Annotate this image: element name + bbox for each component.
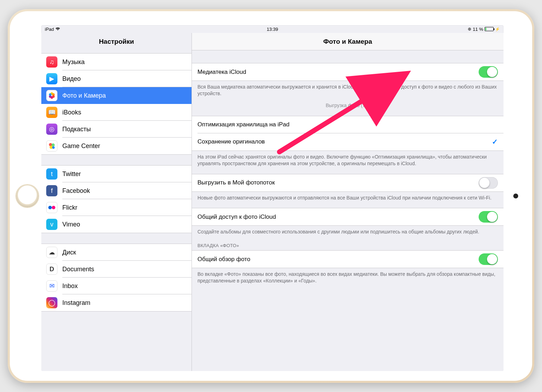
summary-footer: Во вкладке «Фото» показаны все фото, нах… [192,268,503,285]
yandex-disk-icon: ☁ [46,247,57,258]
ibooks-icon: 📖 [46,107,57,118]
sidebar-item-flickr[interactable]: Flickr [41,199,192,216]
charging-icon: ⚡ [495,27,500,31]
shared-footer: Создайте альбомы для совместного использ… [192,226,503,236]
wifi-icon [55,27,60,31]
row-label: Общий обзор фото [197,256,479,263]
row-photo-summary[interactable]: Общий обзор фото [192,251,503,268]
status-left: iPad [45,27,60,32]
row-label: Общий доступ к фото iCloud [197,214,479,220]
orientation-lock-icon: ⊕ [468,27,471,31]
sidebar-item-label: iBooks [62,109,81,116]
status-right: ⊕ 11 % ⚡ [468,27,500,32]
row-label: Оптимизация хранилища на iPad [197,121,498,128]
vimeo-icon: v [46,219,57,230]
storage-options-group: Оптимизация хранилища на iPad Сохранение… [192,116,503,151]
sidebar-item-music[interactable]: ♫ Музыка [41,54,192,70]
battery-icon [485,27,494,31]
documents-icon: D [46,264,57,275]
row-label: Выгрузить в Мой фотопоток [197,179,479,186]
front-camera [513,194,518,198]
facebook-icon: f [46,185,57,196]
row-optimize-storage[interactable]: Оптимизация хранилища на iPad [192,116,503,133]
sidebar-item-facebook[interactable]: f Facebook [41,182,192,199]
sidebar-item-podcasts[interactable]: ◎ Подкасты [41,121,192,138]
sidebar-item-label: Game Center [62,142,100,150]
photostream-group: Выгрузить в Мой фотопоток [192,174,503,192]
sidebar-title: Настройки [41,38,192,46]
toggle-photostream[interactable] [479,177,498,189]
video-icon: ▶ [46,73,57,84]
photos-icon [46,90,57,101]
settings-sidebar: Настройки ♫ Музыка ▶ Видео [41,33,192,371]
svg-point-5 [49,93,51,96]
sidebar-item-video[interactable]: ▶ Видео [41,70,192,87]
sidebar-item-documents[interactable]: D Documents [41,261,192,278]
photostream-footer: Новые фото автоматически выгружаются и о… [192,192,503,202]
row-label: Сохранение оригиналов [197,138,492,145]
summary-group: Общий обзор фото [192,250,503,268]
row-label: Медиатека iCloud [197,69,479,76]
podcasts-icon: ◎ [46,124,57,135]
row-shared-icloud[interactable]: Общий доступ к фото iCloud [192,208,503,225]
status-time: 13:39 [267,27,278,32]
sidebar-item-label: Flickr [62,204,77,211]
svg-point-11 [52,206,55,209]
svg-point-10 [48,206,52,209]
checkmark-icon: ✓ [492,138,498,146]
photos-tab-header: ВКЛАДКА «ФОТО» [192,236,503,250]
battery-percent: 11 % [473,27,483,32]
sidebar-item-photos[interactable]: Фото и Камера [41,87,192,104]
storage-footer: На этом iPad сейчас хранятся оригиналы ф… [192,151,503,168]
twitter-icon: t [46,168,57,180]
device-name: iPad [45,27,54,32]
sidebar-group-media: ♫ Музыка ▶ Видео Фото и [41,53,192,155]
detail-pane[interactable]: Фото и Камера Медиатека iCloud Вся Ваша … [192,33,503,371]
sidebar-item-label: Instagram [62,299,90,307]
icloud-library-group: Медиатека iCloud [192,63,503,81]
toggle-icloud-library[interactable] [479,66,498,78]
sidebar-item-label: Видео [62,75,81,83]
sidebar-item-ibooks[interactable]: 📖 iBooks [41,104,192,121]
row-keep-originals[interactable]: Сохранение оригиналов ✓ [192,133,503,150]
svg-point-9 [52,146,55,149]
sidebar-list[interactable]: ♫ Музыка ▶ Видео Фото и [41,50,192,371]
sidebar-item-inbox[interactable]: ✉ Inbox [41,278,192,294]
sidebar-item-vimeo[interactable]: v Vimeo [41,216,192,233]
toggle-shared-icloud[interactable] [479,211,498,223]
sidebar-item-label: Фото и Камера [62,92,106,99]
upload-status: Выгрузка фото (72) [192,98,503,116]
flickr-icon [46,202,57,213]
sidebar-item-label: Подкасты [62,126,91,133]
sidebar-item-label: Музыка [62,58,85,66]
toggle-photo-summary[interactable] [479,253,498,265]
sidebar-item-gamecenter[interactable]: Game Center [41,138,192,154]
home-button[interactable] [16,185,39,207]
sidebar-item-twitter[interactable]: t Twitter [41,166,192,182]
sidebar-group-social: t Twitter f Facebook Fl [41,165,192,233]
sidebar-item-label: Диск [62,249,76,256]
icloud-library-footer: Вся Ваша медиатека автоматически выгружа… [192,81,503,98]
gamecenter-icon [46,140,57,152]
shared-group: Общий доступ к фото iCloud [192,208,503,226]
row-icloud-library[interactable]: Медиатека iCloud [192,63,503,80]
inbox-icon: ✉ [46,280,57,292]
ipad-device: iPad 13:39 ⊕ 11 % ⚡ Настройки [8,9,534,383]
screen: iPad 13:39 ⊕ 11 % ⚡ Настройки [41,25,503,371]
music-icon: ♫ [46,56,57,68]
instagram-icon: ◯ [46,297,57,308]
status-bar: iPad 13:39 ⊕ 11 % ⚡ [41,25,503,33]
sidebar-item-label: Facebook [62,187,90,195]
device-bezel: iPad 13:39 ⊕ 11 % ⚡ Настройки [10,11,532,381]
sidebar-item-label: Twitter [62,170,81,178]
sidebar-item-disk[interactable]: ☁ Диск [41,244,192,261]
detail-nav: Фото и Камера [192,33,503,50]
sidebar-item-instagram[interactable]: ◯ Instagram [41,294,192,311]
sidebar-nav: Настройки [41,33,192,50]
detail-title: Фото и Камера [192,38,503,46]
sidebar-item-label: Vimeo [62,221,80,228]
row-photostream[interactable]: Выгрузить в Мой фотопоток [192,174,503,191]
sidebar-item-label: Documents [62,266,94,273]
sidebar-group-apps: ☁ Диск D Documents ✉ Inbox [41,244,192,312]
sidebar-item-label: Inbox [62,282,78,290]
